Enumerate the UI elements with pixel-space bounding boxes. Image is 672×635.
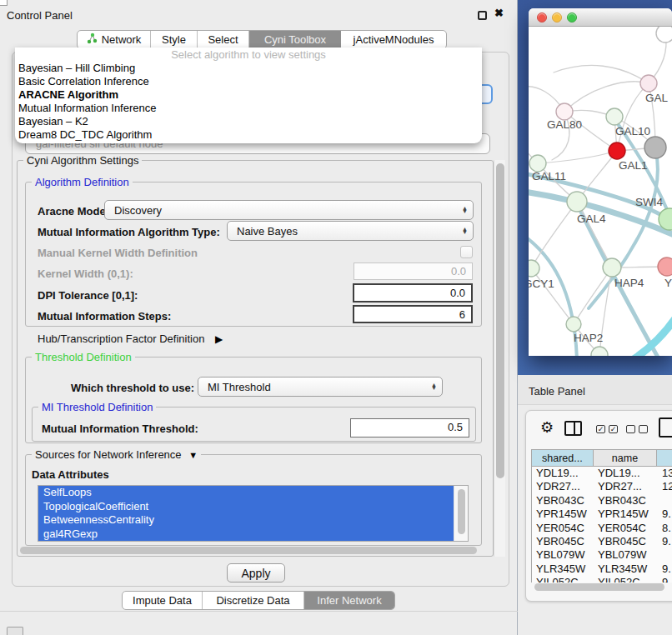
table-rows: YDL19...YDL19...13YDR27...YDR27...12YBR0… <box>531 467 672 582</box>
dropdown-items: Bayesian – Hill ClimbingBasic Correlatio… <box>15 62 482 142</box>
table-cell: YLR345W <box>532 562 594 576</box>
list-item[interactable]: BetweennessCentrality <box>38 513 455 528</box>
aracne-mode-value: Discovery <box>105 204 459 217</box>
float-window-icon[interactable] <box>478 11 487 20</box>
dropdown-item[interactable]: Basic Correlation Inference <box>15 75 482 88</box>
node-hap4-label: HAP4 <box>614 277 644 289</box>
zoom-light[interactable] <box>567 12 577 22</box>
tab-select[interactable]: Select <box>198 31 249 48</box>
network-edge[interactable] <box>564 82 649 112</box>
table-row[interactable]: YBL079WYBL079W <box>532 548 672 562</box>
document-icon[interactable] <box>659 418 672 438</box>
tab-discretize-data[interactable]: Discretize Data <box>203 592 304 609</box>
dropdown-item[interactable]: Bayesian – K2 <box>15 115 482 128</box>
column-header-3[interactable]: A <box>657 450 672 466</box>
table-row[interactable]: YDR27...YDR27...12 <box>532 480 672 493</box>
screen: Control Panel ✖ NetworkStyleSelectCyni T… <box>0 0 672 635</box>
table-row[interactable]: YPR145WYPR145W9. <box>532 508 672 521</box>
network-view-window: GALGAL80GAL10GAL1GAL11GAL4SWI4GCY1HAP4YH… <box>529 8 672 356</box>
minimize-light[interactable] <box>552 12 562 22</box>
table-cell: YDR27... <box>532 480 594 493</box>
mi-type-combo[interactable]: Naive Bayes ▲▼ <box>227 221 474 241</box>
node-hap4[interactable] <box>603 258 621 277</box>
network-window-titlebar[interactable] <box>529 8 672 27</box>
table-cell: YBR043C <box>594 494 658 508</box>
column-view-icon[interactable] <box>564 421 582 436</box>
column-header-1[interactable]: shared... <box>532 450 594 466</box>
dropdown-item[interactable]: Mutual Information Inference <box>15 102 482 115</box>
table-cell: YDR27... <box>594 480 658 493</box>
table-row[interactable]: YBR045CYBR045C9. <box>532 535 672 548</box>
node-top-outline[interactable] <box>656 27 672 42</box>
table-cell <box>658 548 672 562</box>
close-light[interactable] <box>537 12 547 22</box>
network-canvas[interactable]: GALGAL80GAL10GAL1GAL11GAL4SWI4GCY1HAP4YH… <box>529 27 672 356</box>
table-row[interactable]: YLR345WYLR345W9. <box>532 562 672 576</box>
focused-combo-arrows-fragment[interactable] <box>480 84 493 104</box>
chevron-down-icon: ▼ <box>188 450 198 460</box>
hub-definition-expander[interactable]: Hub/Transcription Factor Definition ▶ <box>38 332 223 345</box>
tab-jactivemnodules[interactable]: jActiveMNodules <box>341 31 446 48</box>
data-attributes-label: Data Attributes <box>32 468 109 481</box>
list-item[interactable]: TopologicalCoefficient <box>38 500 455 514</box>
cyni-algorithm-settings-title: Cyni Algorithm Settings <box>23 154 142 167</box>
tab-network[interactable]: Network <box>78 31 151 48</box>
manual-kernel-checkbox[interactable] <box>460 246 473 258</box>
tab-infer-network[interactable]: Infer Network <box>304 592 394 609</box>
network-edge[interactable] <box>531 202 577 268</box>
table-row[interactable]: YDL19...YDL19...13 <box>532 467 672 480</box>
dpi-tolerance-label: DPI Tolerance [0,1]: <box>38 289 138 302</box>
node-pink-top-label: GAL <box>645 92 669 104</box>
dpi-tolerance-field[interactable]: 0.0 <box>353 283 473 302</box>
node-gcy1[interactable] <box>529 260 539 277</box>
node-gal10[interactable] <box>606 108 623 125</box>
network-edge[interactable] <box>574 268 612 324</box>
tab-cyni-toolbox[interactable]: Cyni Toolbox <box>249 31 341 48</box>
settings-hscrollbar-thumb[interactable] <box>20 547 477 554</box>
sources-expander[interactable]: Sources for Network Inference ▼ <box>32 448 201 461</box>
deselect-all-icon[interactable] <box>626 425 648 433</box>
node-gal1[interactable] <box>609 142 625 159</box>
table-cell: YER054C <box>594 522 658 535</box>
dropdown-item[interactable]: Bayesian – Hill Climbing <box>15 62 482 75</box>
table-cell: 9. <box>658 508 672 521</box>
node-gray[interactable] <box>644 137 666 158</box>
dropdown-item[interactable]: Dream8 DC_TDC Algorithm <box>15 128 482 142</box>
column-header-2[interactable]: name <box>594 450 658 466</box>
which-threshold-combo[interactable]: MI Threshold ▲▼ <box>198 377 443 397</box>
node-pink-top[interactable] <box>640 75 657 92</box>
aracne-mode-combo[interactable]: Discovery ▲▼ <box>104 200 474 220</box>
mi-threshold-field[interactable]: 0.5 <box>350 418 469 438</box>
algorithm-definition-title: Algorithm Definition <box>32 176 133 188</box>
network-graph: GALGAL80GAL10GAL1GAL11GAL4SWI4GCY1HAP4YH… <box>529 27 672 356</box>
node-gal4[interactable] <box>567 192 587 212</box>
select-all-icon[interactable]: ✓✓ <box>596 425 618 433</box>
chevron-right-icon: ▶ <box>215 333 223 345</box>
apply-button[interactable]: Apply <box>227 563 285 582</box>
mi-steps-field[interactable]: 6 <box>353 305 473 323</box>
settings-vscrollbar-thumb[interactable] <box>496 163 504 478</box>
table-hscrollbar-thumb[interactable] <box>534 583 664 591</box>
table-row[interactable]: YBR043CYBR043C <box>532 494 672 508</box>
network-edge[interactable] <box>554 65 649 83</box>
table-row[interactable]: YER054CYER054C8. <box>532 522 672 535</box>
node-gal80[interactable] <box>556 103 573 120</box>
table-cell: 12 <box>658 480 672 493</box>
node-hap2[interactable] <box>566 317 581 332</box>
settings-vertical-scrollbar <box>494 160 505 557</box>
gear-icon[interactable]: ⚙ <box>540 420 554 435</box>
node-gal11[interactable] <box>529 155 546 172</box>
tab-impute-data[interactable]: Impute Data <box>123 592 203 609</box>
table-cell: YBL079W <box>594 548 658 562</box>
attributes-scrollbar-thumb[interactable] <box>458 489 465 534</box>
network-edge[interactable] <box>538 151 617 163</box>
list-item[interactable]: SelfLoops <box>38 486 455 500</box>
which-threshold-label: Which threshold to use: <box>71 382 194 394</box>
dropdown-item[interactable]: ARACNE Algorithm <box>15 88 482 102</box>
list-item[interactable]: gal4RGexp <box>38 528 455 542</box>
tab-label: Network <box>102 33 142 46</box>
node-salmon[interactable] <box>658 258 672 276</box>
partial-bottom-button[interactable] <box>7 627 23 635</box>
tab-style[interactable]: Style <box>151 31 198 48</box>
close-icon[interactable]: ✖ <box>494 7 504 19</box>
